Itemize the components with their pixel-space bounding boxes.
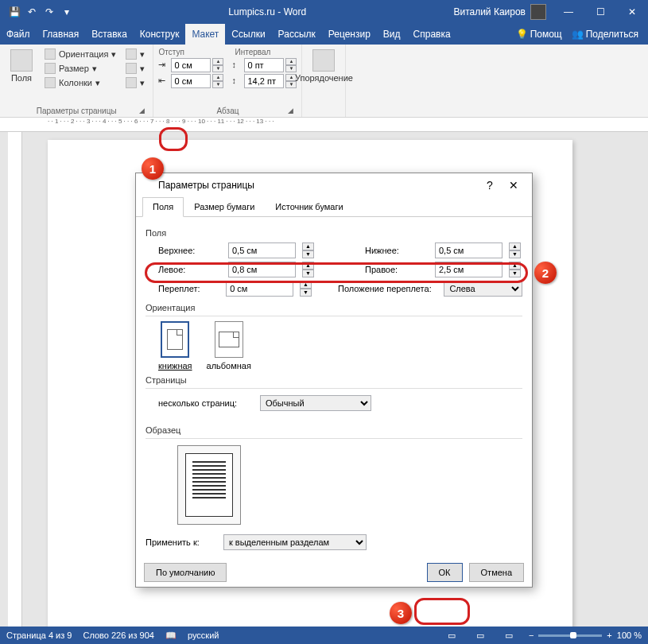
- indent-right-icon: ⇤: [158, 76, 169, 87]
- multipage-select[interactable]: Обычный: [260, 395, 371, 411]
- avatar[interactable]: [530, 4, 546, 20]
- save-icon[interactable]: 💾: [8, 6, 21, 18]
- left-margin-label: Левое:: [158, 265, 222, 274]
- gutter-pos-select[interactable]: Слева: [444, 281, 522, 297]
- tab-margins[interactable]: Поля: [142, 197, 184, 217]
- view-print-icon[interactable]: ▭: [471, 628, 489, 642]
- top-margin-input[interactable]: [228, 242, 296, 258]
- status-words[interactable]: Слово 226 из 904: [83, 630, 154, 640]
- share-button[interactable]: 👥 Поделиться: [568, 29, 642, 40]
- page-setup-group: Поля Ориентация ▾ Размер ▾ Колонки ▾ ▾ ▾…: [0, 45, 153, 117]
- breaks-button[interactable]: ▾: [122, 48, 148, 60]
- bottom-margin-label: Нижнее:: [365, 246, 429, 255]
- tab-insert[interactable]: Вставка: [85, 24, 134, 45]
- gutter-input[interactable]: [226, 281, 293, 297]
- line-numbers-button[interactable]: ▾: [122, 62, 148, 75]
- orientation-landscape[interactable]: альбомная: [207, 321, 251, 370]
- multipage-label: несколько страниц:: [158, 398, 254, 408]
- close-button[interactable]: ✕: [616, 0, 648, 24]
- tab-layout[interactable]: Макет: [185, 24, 225, 45]
- horizontal-ruler[interactable]: · · 1 · · · 2 · · · 3 · · · 4 · · · 5 · …: [0, 118, 648, 132]
- size-icon: [45, 63, 56, 74]
- right-margin-label: Правое:: [365, 265, 429, 274]
- top-margin-spin[interactable]: ▲▼: [302, 242, 314, 258]
- arrange-group: Упорядочение: [302, 45, 346, 117]
- ok-button[interactable]: ОК: [427, 563, 463, 582]
- margins-button[interactable]: Поля: [5, 48, 38, 105]
- status-proofing-icon[interactable]: 📖: [165, 630, 177, 641]
- dialog-help-button[interactable]: ?: [478, 174, 502, 196]
- tab-design[interactable]: Конструк: [134, 24, 186, 45]
- spacing-after-icon: ↕: [231, 76, 243, 87]
- arrange-button[interactable]: Упорядочение: [307, 48, 340, 105]
- bottom-margin-input[interactable]: [435, 242, 502, 258]
- status-language[interactable]: русский: [188, 630, 219, 640]
- status-page[interactable]: Страница 4 из 9: [6, 630, 72, 640]
- vertical-ruler[interactable]: [8, 132, 22, 627]
- ribbon-tabs: Файл Главная Вставка Конструк Макет Ссыл…: [0, 24, 648, 45]
- cancel-button[interactable]: Отмена: [469, 563, 524, 582]
- tab-help[interactable]: Справка: [407, 24, 457, 45]
- right-margin-input[interactable]: [435, 262, 502, 277]
- redo-icon[interactable]: ↷: [43, 6, 56, 18]
- columns-icon: [45, 77, 56, 88]
- spacing-before-field[interactable]: ↕▲▼: [231, 58, 297, 72]
- apply-to-label: Применить к:: [146, 537, 217, 547]
- paragraph-label: Абзац ◢: [158, 105, 297, 115]
- bottom-margin-spin[interactable]: ▲▼: [509, 242, 521, 258]
- orientation-portrait[interactable]: книжная: [158, 321, 192, 370]
- qa-customize-icon[interactable]: ▾: [60, 6, 73, 18]
- maximize-button[interactable]: ☐: [584, 0, 616, 24]
- undo-icon[interactable]: ↶: [25, 6, 38, 18]
- dialog-title: Параметры страницы: [142, 180, 478, 191]
- tab-paper[interactable]: Размер бумаги: [184, 197, 265, 216]
- view-read-icon[interactable]: ▭: [443, 628, 460, 642]
- right-margin-spin[interactable]: ▲▼: [509, 262, 521, 277]
- columns-button[interactable]: Колонки ▾: [41, 76, 119, 89]
- apply-to-select[interactable]: к выделенным разделам: [223, 534, 367, 550]
- tab-layout[interactable]: Источник бумаги: [265, 197, 353, 216]
- hyphenation-icon: [126, 77, 137, 88]
- gutter-pos-label: Положение переплета:: [338, 284, 437, 293]
- tab-mailings[interactable]: Рассылк: [272, 24, 322, 45]
- tab-file[interactable]: Файл: [0, 24, 37, 45]
- zoom-in-button[interactable]: +: [607, 630, 611, 640]
- paragraph-launcher[interactable]: ◢: [285, 106, 295, 115]
- size-button[interactable]: Размер ▾: [41, 62, 119, 75]
- left-margin-input[interactable]: [228, 262, 296, 277]
- tab-home[interactable]: Главная: [37, 24, 86, 45]
- minimize-button[interactable]: —: [553, 0, 584, 24]
- orientation-button[interactable]: Ориентация ▾: [41, 48, 119, 60]
- status-bar: Страница 4 из 9 Слово 226 из 904 📖 русск…: [0, 627, 648, 644]
- gutter-spin[interactable]: ▲▼: [300, 281, 311, 297]
- tell-me[interactable]: 💡 Помощ: [513, 29, 565, 40]
- dialog-close-button[interactable]: ✕: [502, 174, 526, 196]
- indent-right-field[interactable]: ⇤▲▼: [158, 74, 223, 88]
- zoom-level[interactable]: 100 %: [617, 630, 642, 640]
- zoom-slider[interactable]: [538, 634, 602, 637]
- breaks-icon: [126, 48, 137, 60]
- gutter-label: Переплет:: [158, 284, 219, 293]
- app-title: Lumpics.ru - Word: [81, 6, 453, 17]
- page-setup-label: Параметры страницы ◢: [5, 105, 148, 115]
- paragraph-group: Отступ Интервал ⇥▲▼ ↕▲▼ ⇤▲▼ ↕▲▼ Абзац ◢: [153, 45, 302, 117]
- indent-left-field[interactable]: ⇥▲▼: [158, 58, 223, 72]
- hyphenation-button[interactable]: ▾: [122, 76, 148, 89]
- dialog-tabs: Поля Размер бумаги Источник бумаги: [136, 197, 532, 217]
- spacing-after-field[interactable]: ↕▲▼: [231, 74, 297, 88]
- default-button[interactable]: По умолчанию: [144, 563, 227, 582]
- indent-left-icon: ⇥: [158, 60, 169, 71]
- title-bar: 💾 ↶ ↷ ▾ Lumpics.ru - Word Виталий Каиров…: [0, 0, 648, 24]
- tab-view[interactable]: Вид: [377, 24, 407, 45]
- preview-box: [177, 445, 241, 525]
- tab-references[interactable]: Ссылки: [225, 24, 271, 45]
- margins-icon: [10, 49, 33, 72]
- top-margin-label: Верхнее:: [158, 246, 222, 255]
- page-setup-launcher[interactable]: ◢: [137, 106, 146, 115]
- zoom-out-button[interactable]: −: [529, 630, 534, 640]
- tab-review[interactable]: Рецензир: [322, 24, 377, 45]
- user-name: Виталий Каиров: [453, 6, 526, 17]
- left-margin-spin[interactable]: ▲▼: [302, 262, 314, 277]
- view-web-icon[interactable]: ▭: [500, 628, 518, 642]
- spacing-before-icon: ↕: [231, 60, 243, 71]
